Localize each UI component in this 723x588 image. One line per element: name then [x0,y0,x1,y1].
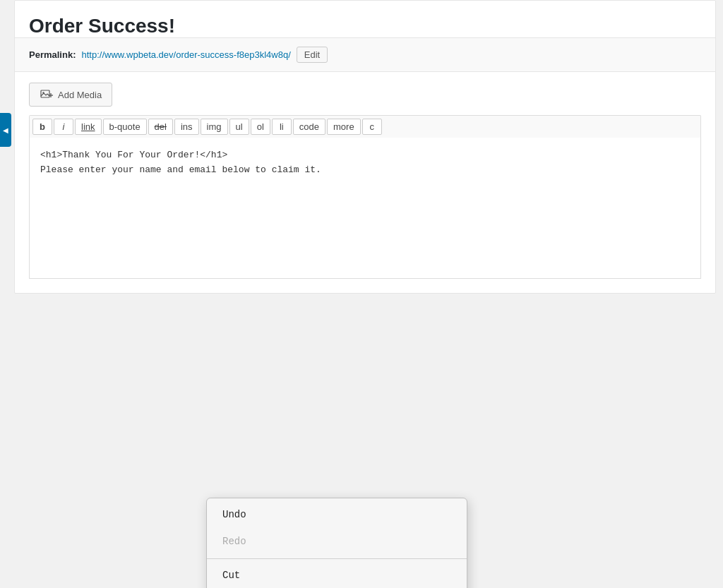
toolbar-img[interactable]: img [201,119,228,135]
toolbar-ins[interactable]: ins [174,119,199,135]
sidebar-toggle[interactable] [0,113,11,147]
context-menu-section-2: Cut Copy Paste Paste and Match Style Sel… [207,559,467,588]
toolbar-extra[interactable]: c [362,119,382,135]
context-menu-section-1: Undo Redo [207,498,467,558]
toolbar-ol[interactable]: ol [251,119,270,135]
add-media-label: Add Media [58,90,102,100]
toolbar-del[interactable]: del [148,119,173,135]
toolbar-ul[interactable]: ul [229,119,249,135]
post-title: Order Success! [29,15,701,37]
svg-rect-0 [41,90,49,97]
permalink-row: Permalink: http://www.wpbeta.dev/order-s… [15,37,715,72]
toolbar-link[interactable]: link [75,119,102,135]
editor-content: <h1>Thank You For Your Order!</h1> Pleas… [40,148,690,178]
permalink-label: Permalink: [29,49,76,60]
context-menu-cut[interactable]: Cut [207,562,467,588]
post-box: Order Success! Permalink: http://www.wpb… [14,0,716,294]
editor-toolbar: b i link b-quote del ins img ul ol li co… [29,115,701,138]
page-wrapper: Order Success! Permalink: http://www.wpb… [0,0,723,588]
editor-area[interactable]: <h1>Thank You For Your Order!</h1> Pleas… [29,138,701,279]
toolbar-more[interactable]: more [327,119,361,135]
toolbar-italic[interactable]: i [54,119,73,135]
context-menu-undo[interactable]: Undo [207,501,467,528]
add-media-icon [40,88,54,102]
toolbar-bquote[interactable]: b-quote [103,119,147,135]
context-menu: Undo Redo Cut Copy Paste Paste and Match… [206,498,467,588]
permalink-edit-button[interactable]: Edit [297,47,328,63]
add-media-button[interactable]: Add Media [29,83,112,107]
toolbar-code[interactable]: code [293,119,325,135]
permalink-link[interactable]: http://www.wpbeta.dev/order-success-f8ep… [81,49,290,60]
toolbar-li[interactable]: li [272,119,292,135]
content-area: Order Success! Permalink: http://www.wpb… [14,0,716,294]
context-menu-redo: Redo [207,528,467,555]
toolbar-bold[interactable]: b [32,119,52,135]
